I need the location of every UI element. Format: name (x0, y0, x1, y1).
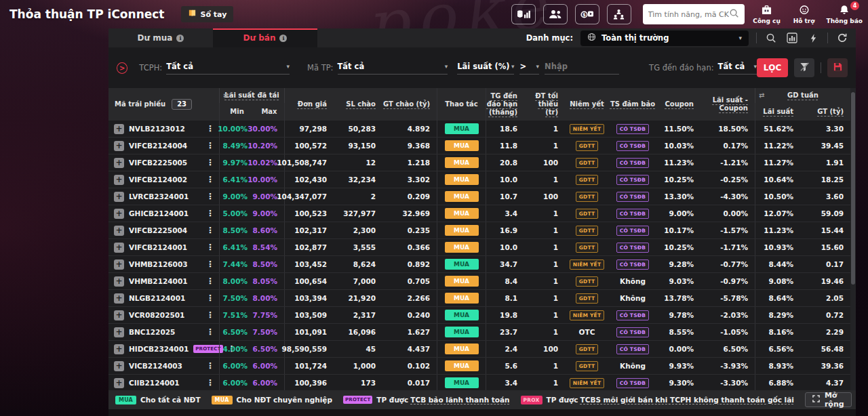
chart-icon[interactable] (785, 33, 799, 43)
tcph-select[interactable]: Tất cả ▾ (166, 62, 290, 75)
header-week-rate[interactable]: Lãi suất (755, 103, 800, 121)
header-rate-minus-coupon[interactable]: Lãi suất - Coupon (701, 88, 755, 121)
expand-row-button[interactable]: + (114, 124, 124, 134)
row-menu-icon[interactable]: ⋮ (206, 327, 219, 337)
expand-view-button[interactable]: Mở rộng (805, 392, 852, 407)
rate-value-input[interactable] (545, 62, 619, 75)
refresh-icon[interactable] (835, 33, 849, 43)
support-button[interactable]: Hỗ trợ (789, 5, 819, 24)
offer-value-cell: 32.969 (382, 205, 437, 222)
expand-row-button[interactable]: + (114, 259, 124, 270)
header-min[interactable]: Min (219, 103, 254, 121)
buy-button[interactable]: MUA (445, 174, 479, 185)
expand-row-button[interactable]: + (114, 378, 124, 388)
rate-field-select[interactable]: Lãi suất (%) ▾ (457, 62, 514, 75)
buy-button[interactable]: MUA (445, 327, 479, 337)
money-media-icon[interactable]: $ (575, 4, 599, 24)
bond-code-select[interactable]: Tất cả ▾ (338, 62, 448, 75)
expand-row-button[interactable]: + (114, 243, 124, 253)
buy-button[interactable]: MUA (445, 242, 479, 253)
expand-row-button[interactable]: + (114, 293, 124, 304)
notifications-button[interactable]: 4 Thông báo (827, 5, 863, 24)
expand-row-button[interactable]: + (114, 226, 124, 236)
row-menu-icon[interactable]: ⋮ (206, 378, 219, 388)
lightning-icon[interactable] (806, 33, 820, 43)
sort-swap-icon[interactable]: ⇄ (759, 91, 764, 100)
row-menu-icon[interactable]: ⋮ (206, 361, 219, 371)
buy-button[interactable]: MUA (445, 191, 479, 202)
header-listing[interactable]: Niêm yết (565, 88, 609, 121)
global-search-input[interactable] (648, 10, 729, 19)
users-icon[interactable] (543, 4, 568, 24)
row-menu-icon[interactable]: ⋮ (206, 243, 219, 252)
row-menu-icon[interactable]: ⋮ (206, 310, 219, 320)
expand-row-button[interactable]: + (114, 361, 124, 371)
header-week-value[interactable]: GT (tỷ) (800, 103, 850, 121)
scrollbar-track[interactable] (850, 88, 856, 390)
header-min-invest[interactable]: ĐT tối thiểu (tr) (524, 88, 565, 121)
info-icon[interactable]: i (279, 35, 287, 42)
info-icon[interactable]: i (176, 35, 184, 42)
row-menu-icon[interactable]: ⋮ (206, 293, 219, 303)
tab-du-mua[interactable]: Dư mua i (108, 28, 213, 47)
header-maturity[interactable]: TG đến đáo hạn (tháng) (486, 88, 524, 121)
network-money-icon[interactable] (607, 4, 631, 24)
expand-row-button[interactable]: + (114, 209, 124, 219)
buy-button[interactable]: MUA (445, 123, 479, 134)
header-value[interactable]: GT chào (tỷ) (382, 88, 437, 121)
header-collateral[interactable]: TS đảm bảo (609, 88, 656, 121)
search-icon[interactable] (764, 33, 778, 43)
save-filter-button[interactable] (827, 58, 848, 77)
money-chart-icon[interactable] (511, 4, 536, 24)
table-row: +LVRCB2324001⋮9.00%9.00%104,347,07720.20… (108, 188, 850, 205)
buy-button[interactable]: MUA (445, 157, 479, 168)
expand-row-button[interactable]: + (114, 158, 124, 168)
buy-button[interactable]: MUA (445, 259, 479, 270)
expand-row-button[interactable]: + (114, 276, 124, 287)
legend-link[interactable]: TCBS môi giới bán khi TCPH không thanh t… (580, 396, 794, 404)
tab-du-ban[interactable]: Dư bán i (213, 28, 317, 47)
row-menu-icon[interactable]: ⋮ (206, 158, 219, 167)
expand-row-button[interactable]: + (114, 141, 124, 151)
sort-swap-icon[interactable]: ⇄ (223, 91, 229, 100)
scrollbar-thumb[interactable] (851, 92, 855, 285)
expand-row-button[interactable]: + (114, 344, 124, 354)
tools-button[interactable]: Công cụ (752, 5, 782, 24)
buy-button[interactable]: MUA (445, 310, 479, 320)
header-coupon[interactable]: Coupon (656, 88, 701, 121)
header-max[interactable]: Max (254, 103, 285, 121)
handbook-button[interactable]: Sổ tay (181, 6, 234, 22)
buy-button[interactable]: MUA (445, 360, 479, 371)
header-qty[interactable]: SL chào (334, 88, 382, 121)
apply-filter-button[interactable]: LỌC (757, 58, 788, 77)
header-refi-group[interactable]: ⇄ Lãi suất đã tái (219, 88, 285, 103)
expand-row-button[interactable]: + (114, 310, 124, 320)
row-menu-icon[interactable]: ⋮ (206, 192, 219, 201)
expand-row-button[interactable]: + (114, 175, 124, 185)
rate-operator-select[interactable]: > ▾ (519, 62, 539, 75)
buy-button[interactable]: MUA (445, 225, 479, 236)
buy-button[interactable]: MUA (445, 293, 479, 304)
collapse-filters-button[interactable]: > (117, 62, 127, 74)
search-icon[interactable] (729, 8, 739, 21)
row-menu-icon[interactable]: ⋮ (206, 276, 219, 286)
buy-button[interactable]: MUA (445, 344, 479, 354)
buy-button[interactable]: MUA (445, 276, 479, 287)
expand-row-button[interactable]: + (114, 327, 124, 337)
expand-row-button[interactable]: + (114, 192, 124, 202)
maturity-select[interactable]: Tất cả ▾ (718, 62, 757, 75)
buy-button[interactable]: MUA (445, 140, 479, 151)
row-menu-icon[interactable]: ⋮ (206, 124, 219, 133)
clear-filter-button[interactable] (794, 58, 814, 77)
row-menu-icon[interactable]: ⋮ (206, 175, 219, 184)
row-menu-icon[interactable]: ⋮ (206, 209, 219, 218)
header-week-group[interactable]: ⇄ GD tuần (755, 88, 850, 103)
legend-link[interactable]: TCB bảo lãnh thanh toán (410, 396, 509, 404)
row-menu-icon[interactable]: ⋮ (206, 141, 219, 150)
buy-button[interactable]: MUA (445, 377, 479, 388)
buy-button[interactable]: MUA (445, 208, 479, 219)
row-menu-icon[interactable]: ⋮ (206, 226, 219, 235)
row-menu-icon[interactable]: ⋮ (206, 259, 219, 269)
portfolio-select[interactable]: Toàn thị trường ▾ (580, 30, 749, 46)
header-price[interactable]: Đơn giá (285, 88, 334, 121)
